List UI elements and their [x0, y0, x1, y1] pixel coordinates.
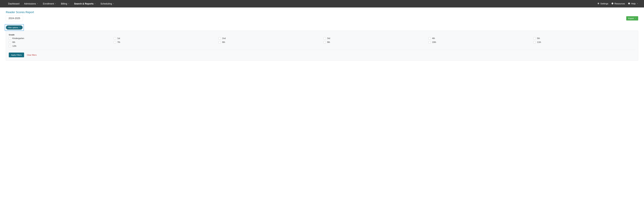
- chevron-down-icon: [94, 2, 96, 5]
- nav-item-billing[interactable]: Billing: [58, 2, 72, 5]
- nav-item-scheduling[interactable]: Scheduling: [98, 2, 116, 5]
- grade-option-3rd[interactable]: 3rd: [324, 37, 426, 40]
- grade-option-11th[interactable]: 11th: [533, 41, 635, 44]
- grade-checkbox[interactable]: [324, 37, 326, 40]
- nav-item-admissions[interactable]: Admissions: [22, 2, 40, 5]
- export-label: Export: [628, 17, 634, 20]
- chevron-down-icon: [637, 2, 638, 5]
- nav-item-dashboard[interactable]: Dashboard: [6, 2, 22, 5]
- grade-label: Kindergarten: [12, 37, 24, 40]
- clear-filters-label: Clear filters: [27, 54, 37, 56]
- year-select-value: 2024-2025: [8, 17, 20, 20]
- filter-toggle-highlight: Filter options: [5, 24, 24, 31]
- grade-option-6th[interactable]: 6th: [9, 41, 111, 44]
- grade-checkbox[interactable]: [218, 37, 221, 40]
- nav-right-label: Settings: [600, 2, 608, 5]
- grade-checkbox[interactable]: [114, 41, 116, 44]
- chevron-down-icon: [55, 2, 56, 5]
- svg-rect-1: [612, 3, 612, 4]
- page-body: Reader Scores Report 2024-2025 Export Fi…: [0, 8, 644, 64]
- nav-item-label: Enrollment: [43, 2, 54, 5]
- nav-item-label: Admissions: [24, 2, 36, 5]
- grade-label: 5th: [537, 37, 540, 40]
- page-title: Reader Scores Report: [6, 10, 638, 14]
- svg-text:?: ?: [629, 3, 630, 4]
- nav-left: DashboardAdmissionsEnrollmentBillingSear…: [6, 2, 116, 5]
- nav-right-label: Resources: [614, 2, 625, 5]
- chevron-down-icon: [19, 26, 21, 28]
- apply-filters-button[interactable]: Apply Filters: [9, 52, 24, 57]
- nav-right-label: Help: [631, 2, 636, 5]
- grade-checkbox[interactable]: [533, 41, 536, 44]
- filter-panel: Grade Kindergarten1st2nd3rd4th5th6th7th8…: [6, 31, 638, 60]
- grade-checkbox[interactable]: [428, 37, 431, 40]
- gear-icon: [597, 2, 599, 5]
- grade-option-5th[interactable]: 5th: [533, 37, 635, 40]
- grade-option-kindergarten[interactable]: Kindergarten: [9, 37, 111, 40]
- grade-option-4th[interactable]: 4th: [428, 37, 530, 40]
- grade-checkbox[interactable]: [9, 45, 11, 47]
- chevron-down-icon: [37, 2, 38, 5]
- grade-checkbox[interactable]: [9, 37, 11, 40]
- grade-label: 6th: [12, 41, 15, 44]
- nav-right-resources[interactable]: Resources: [612, 2, 625, 5]
- info-icon: [612, 2, 614, 5]
- page-top-row: 2024-2025 Export: [6, 16, 638, 21]
- apply-filters-label: Apply Filters: [11, 54, 22, 56]
- nav-item-label: Dashboard: [8, 2, 20, 5]
- grade-checkbox[interactable]: [9, 41, 11, 44]
- clear-filters-link[interactable]: Clear filters: [27, 54, 37, 56]
- grade-grid: Kindergarten1st2nd3rd4th5th6th7th8th9th1…: [9, 37, 635, 50]
- filter-options-toggle[interactable]: Filter options: [6, 26, 22, 30]
- grade-label: 4th: [432, 37, 435, 40]
- grade-checkbox[interactable]: [218, 41, 221, 44]
- grade-option-7th[interactable]: 7th: [114, 41, 216, 44]
- help-icon: ?: [628, 2, 630, 5]
- grade-label: 9th: [327, 41, 330, 44]
- nav-item-label: Billing: [61, 2, 67, 5]
- grade-label: 10th: [432, 41, 436, 44]
- chevron-down-icon: [634, 17, 636, 20]
- nav-item-label: Search & Reports: [74, 2, 94, 5]
- grade-label: 3rd: [327, 37, 330, 40]
- nav-right: SettingsResources?Help: [597, 2, 638, 5]
- grade-option-1st[interactable]: 1st: [114, 37, 216, 40]
- grade-checkbox[interactable]: [324, 41, 326, 44]
- export-button[interactable]: Export: [626, 16, 638, 20]
- grade-label: 7th: [117, 41, 120, 44]
- grade-option-10th[interactable]: 10th: [428, 41, 530, 44]
- filter-actions: Apply Filters Clear filters: [9, 52, 635, 57]
- filter-toggle-label: Filter options: [8, 26, 18, 28]
- nav-right-help[interactable]: ?Help: [628, 2, 638, 5]
- grade-label: 12th: [12, 45, 16, 47]
- top-nav: DashboardAdmissionsEnrollmentBillingSear…: [0, 0, 644, 8]
- grade-label: 8th: [222, 41, 225, 44]
- chevron-down-icon: [68, 2, 70, 5]
- grade-checkbox[interactable]: [114, 37, 116, 40]
- grade-option-9th[interactable]: 9th: [324, 41, 426, 44]
- chevron-down-icon: [113, 2, 114, 5]
- grade-label: 2nd: [222, 37, 226, 40]
- grade-label: 1st: [117, 37, 120, 40]
- nav-item-label: Scheduling: [100, 2, 112, 5]
- grade-option-12th[interactable]: 12th: [9, 45, 111, 47]
- nav-item-enrollment[interactable]: Enrollment: [40, 2, 58, 5]
- grade-label: 11th: [537, 41, 541, 44]
- grade-option-8th[interactable]: 8th: [218, 41, 320, 44]
- nav-right-settings[interactable]: Settings: [597, 2, 608, 5]
- nav-item-search-reports[interactable]: Search & Reports: [72, 2, 98, 5]
- year-select[interactable]: 2024-2025: [6, 16, 23, 21]
- grade-checkbox[interactable]: [533, 37, 536, 40]
- filter-section-label: Grade: [9, 34, 635, 36]
- grade-checkbox[interactable]: [428, 41, 431, 44]
- grade-option-2nd[interactable]: 2nd: [218, 37, 320, 40]
